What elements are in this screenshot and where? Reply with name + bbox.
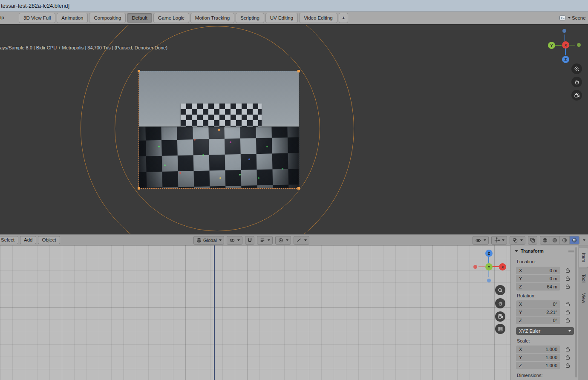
tab-game-logic[interactable]: Game Logic [153, 13, 189, 23]
pivot-icon [229, 237, 235, 243]
menu-object[interactable]: Object [38, 236, 60, 244]
sidebar-tab-tool[interactable]: Tool [579, 269, 588, 287]
zoom-button[interactable] [495, 285, 505, 295]
menu-add[interactable]: Add [20, 236, 36, 244]
lock-icon[interactable] [564, 300, 571, 308]
shading-material-button[interactable] [560, 236, 570, 244]
collapse-triangle-icon [515, 250, 518, 252]
camera-view-button[interactable] [571, 90, 582, 101]
navigation-gizmo[interactable]: Y X Z [545, 26, 588, 69]
tab-3d-view-full[interactable]: 3D View Full [19, 13, 55, 23]
zoom-button[interactable] [571, 63, 582, 74]
gizmo-axis-x[interactable]: X [499, 263, 506, 271]
menu-help[interactable]: Help [0, 15, 4, 20]
tab-scripting[interactable]: Scripting [236, 13, 264, 23]
chevron-down-icon[interactable] [583, 239, 585, 241]
camera-corner-handle[interactable] [297, 187, 300, 190]
location-x-field[interactable]: X 0 m [516, 267, 560, 274]
gizmo-axis-z[interactable]: Z [562, 56, 569, 63]
shading-rendered-button[interactable] [570, 236, 579, 244]
lock-icon[interactable] [564, 275, 571, 282]
pan-hand-button[interactable] [495, 298, 505, 308]
scale-x-field[interactable]: X 1.000 [516, 345, 560, 353]
checkerboard-backdrop [181, 104, 262, 128]
rotation-mode-dropdown[interactable]: XYZ Euler [516, 327, 574, 335]
lock-icon[interactable] [564, 267, 571, 274]
chevron-down-icon [286, 239, 288, 241]
panel-scrollbar[interactable] [575, 247, 577, 377]
snap-lines-icon [259, 237, 265, 243]
location-y-field[interactable]: Y 0 m [516, 275, 560, 282]
navigation-gizmo-ortho[interactable]: Z Y X [471, 249, 509, 287]
gizmo-axis-dot-z-neg[interactable] [562, 29, 566, 33]
gizmo-axis-y[interactable]: Y [548, 42, 555, 49]
tab-default[interactable]: Default [127, 13, 152, 23]
lock-icon[interactable] [564, 345, 571, 353]
gizmo-axis-x[interactable]: X [562, 41, 569, 49]
scene-selector[interactable]: Scene [559, 13, 588, 23]
shading-wireframe-button[interactable] [540, 236, 550, 244]
gizmo-axis-z[interactable]: Z [485, 250, 493, 257]
tab-video-editing[interactable]: Video Editing [299, 13, 337, 23]
orientation-dropdown[interactable]: Global [193, 236, 224, 245]
proportional-icon [278, 237, 284, 243]
blender-window: tessar-test-282a-lc24.blend] Help 3D Vie… [0, 0, 588, 380]
scale-z-field[interactable]: Z 1.000 [516, 362, 560, 369]
gizmo-axis-y[interactable]: Y [485, 263, 493, 271]
tab-uv-editing[interactable]: UV Editing [265, 13, 298, 23]
location-z-field[interactable]: Z 64 m [516, 283, 560, 291]
camera-corner-handle[interactable] [138, 187, 140, 190]
pivot-point-dropdown[interactable] [227, 236, 242, 245]
transform-panel-header[interactable]: Transform [511, 247, 578, 255]
orientation-globe-icon [196, 237, 202, 243]
menu-select[interactable]: Select [0, 236, 18, 244]
tab-compositing[interactable]: Compositing [89, 13, 126, 23]
sidebar-tab-item[interactable]: Item [579, 248, 588, 268]
z-axis-line [214, 245, 215, 380]
camera-frame[interactable] [138, 71, 299, 189]
camera-view-button[interactable] [495, 311, 505, 322]
rotation-x-field[interactable]: X 0° [516, 300, 560, 308]
falloff-dropdown[interactable] [294, 236, 309, 245]
sidebar-tab-view[interactable]: View [579, 289, 588, 308]
gizmo-axis-dot-x-neg[interactable] [473, 265, 477, 269]
sidebar-transform-panel: Transform Location: X 0 m Y 0 m Z 64 m R… [510, 245, 578, 380]
topbar: Help 3D View Full Animation Compositing … [0, 12, 588, 25]
ortho-viewport[interactable]: Z Y X [0, 245, 588, 380]
chevron-down-icon [237, 239, 240, 241]
workspace-tabs: 3D View Full Animation Compositing Defau… [19, 13, 348, 23]
snap-target-dropdown[interactable] [257, 236, 273, 245]
gizmo-axis-dot-y-neg[interactable] [577, 43, 581, 47]
rotation-y-field[interactable]: Y -2.21° [516, 308, 560, 316]
snap-magnet-toggle[interactable] [245, 236, 254, 245]
pan-hand-button[interactable] [571, 77, 582, 87]
tab-motion-tracking[interactable]: Motion Tracking [190, 13, 234, 23]
xray-toggle[interactable] [528, 236, 537, 245]
gizmo-axis-dot-z-neg[interactable] [487, 279, 491, 282]
camera-corner-handle[interactable] [297, 70, 300, 72]
show-overlays-dropdown[interactable] [510, 236, 525, 245]
object-visibility-dropdown[interactable] [473, 236, 489, 245]
proportional-editing-dropdown[interactable] [275, 236, 291, 245]
shading-solid-button[interactable] [550, 236, 560, 244]
overlays-icon [512, 237, 518, 243]
magnet-icon [247, 237, 253, 243]
lock-icon[interactable] [564, 362, 571, 369]
render-noise-specks [139, 127, 140, 127]
panel-grip-icon[interactable] [568, 250, 574, 253]
show-gizmo-dropdown[interactable] [491, 236, 507, 245]
lock-icon[interactable] [564, 317, 571, 324]
chevron-down-icon [484, 239, 486, 241]
lock-icon[interactable] [564, 354, 571, 361]
grid-ortho-toggle-button[interactable] [495, 324, 505, 334]
tab-animation[interactable]: Animation [57, 13, 88, 23]
scene-label: Scene [572, 15, 586, 20]
rotation-z-field[interactable]: Z -0° [516, 317, 560, 324]
add-workspace-button[interactable]: + [339, 13, 349, 23]
lock-icon[interactable] [564, 308, 571, 316]
3d-viewport[interactable]: ays/Sample 8.0 | Bidir CPU + Metropolis … [0, 24, 588, 235]
lock-icon[interactable] [564, 283, 571, 291]
scale-y-field[interactable]: Y 1.000 [516, 354, 560, 361]
shading-mode-group [540, 236, 579, 245]
camera-corner-handle[interactable] [138, 70, 140, 72]
